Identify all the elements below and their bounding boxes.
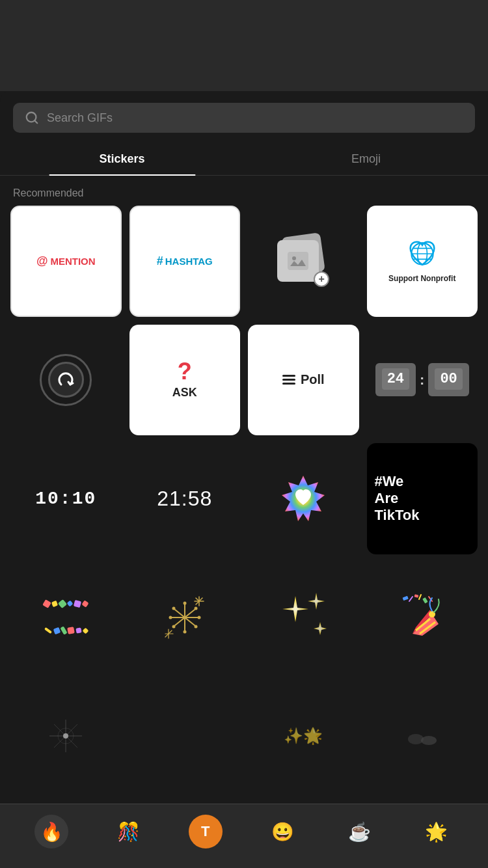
sticker-rainbow[interactable] — [248, 443, 359, 554]
partial-cell-3[interactable]: ✨🌟 — [248, 681, 359, 792]
svg-line-38 — [165, 634, 169, 637]
svg-point-18 — [183, 601, 186, 604]
svg-rect-2 — [288, 252, 308, 270]
hashtag-symbol: # — [157, 254, 163, 268]
fireworks-display — [159, 591, 211, 644]
sticker-grid: @ MENTION # HASHTAG — [0, 206, 488, 673]
svg-rect-41 — [422, 597, 427, 603]
svg-point-3 — [292, 256, 296, 260]
emoji-bar: 🔥 🎊 T 😀 ☕ 🌟 — [0, 804, 488, 868]
popper-display — [396, 591, 448, 644]
party-emoji: 🎊 — [117, 821, 140, 843]
emoji-fire-btn[interactable]: 🔥 — [34, 815, 68, 848]
sticker-wetiktok[interactable]: #WeAreTikTok — [367, 443, 478, 554]
svg-line-13 — [185, 617, 195, 625]
panel: Search GIFs Stickers Emoji Recommended @… — [0, 91, 488, 792]
emoji-sun-btn[interactable]: 🌟 — [420, 815, 454, 848]
smile-emoji: 😀 — [271, 821, 294, 843]
emoji-party-btn[interactable]: 🎊 — [111, 815, 145, 848]
hashtag-content: # HASHTAG — [157, 254, 213, 268]
svg-line-43 — [419, 595, 421, 599]
svg-rect-39 — [402, 596, 408, 601]
wetiktok-label: #WeAreTikTok — [375, 473, 420, 524]
fire-emoji: 🔥 — [40, 821, 63, 843]
sticker-mention[interactable]: @ MENTION — [10, 206, 122, 317]
coffee-emoji: ☕ — [348, 821, 371, 843]
svg-line-17 — [175, 610, 185, 617]
sticker-clock-digital[interactable]: 10:10 — [10, 443, 122, 554]
svg-line-15 — [175, 617, 185, 625]
sticker-hashtag[interactable]: # HASHTAG — [129, 206, 241, 317]
t-label: T — [201, 823, 210, 840]
partial-cell-1[interactable] — [10, 681, 122, 792]
search-bar[interactable]: Search GIFs — [13, 103, 475, 133]
section-recommended-label: Recommended — [0, 176, 488, 206]
mention-label: MENTION — [50, 256, 95, 267]
svg-line-1 — [34, 120, 37, 123]
poll-label: Poll — [301, 372, 325, 387]
tab-emoji[interactable]: Emoji — [244, 143, 488, 175]
svg-point-55 — [421, 736, 437, 745]
svg-point-54 — [408, 734, 424, 744]
mention-at-symbol: @ — [36, 254, 48, 268]
nonprofit-label: Support Nonprofit — [388, 274, 455, 284]
svg-line-37 — [169, 631, 172, 634]
svg-point-22 — [183, 630, 186, 633]
tabs: Stickers Emoji — [0, 143, 488, 176]
svg-line-11 — [185, 610, 195, 617]
sticker-confetti[interactable] — [10, 562, 122, 673]
clock-digital-display: 10:10 — [35, 489, 96, 509]
tab-stickers[interactable]: Stickers — [0, 143, 244, 175]
ask-label: ASK — [172, 386, 197, 400]
sticker-fireworks[interactable] — [129, 562, 241, 673]
emoji-t-btn[interactable]: T — [189, 815, 223, 848]
emoji-smile-btn[interactable]: 😀 — [265, 815, 299, 848]
sticker-ask[interactable]: ? ASK — [129, 325, 241, 436]
sticker-time[interactable]: 21:58 — [129, 443, 241, 554]
svg-point-24 — [169, 616, 172, 619]
sticker-countdown[interactable]: 24 : 00 — [367, 325, 478, 436]
photo-icon-wrap: + — [277, 235, 329, 287]
ask-question-mark: ? — [178, 360, 192, 383]
sticker-popper[interactable] — [367, 562, 478, 673]
svg-point-25 — [172, 606, 175, 610]
partial-row: ✨🌟 — [0, 681, 488, 792]
mention-content: @ MENTION — [36, 254, 96, 268]
sticker-nonprofit[interactable]: Support Nonprofit — [367, 206, 478, 317]
svg-point-19 — [194, 606, 197, 610]
sticker-sparkles[interactable] — [248, 562, 359, 673]
hashtag-label: HASHTAG — [165, 256, 213, 267]
partial-cell-4[interactable] — [367, 681, 478, 792]
sticker-photo[interactable]: + — [248, 206, 359, 317]
svg-point-20 — [197, 616, 200, 619]
sparkles-display — [276, 590, 331, 645]
emoji-coffee-btn[interactable]: ☕ — [342, 815, 376, 848]
svg-line-42 — [409, 597, 413, 601]
confetti-display — [40, 591, 92, 644]
partial-cell-2[interactable] — [129, 681, 241, 792]
svg-point-21 — [194, 625, 197, 628]
search-icon — [25, 111, 39, 125]
top-spacer — [0, 0, 488, 91]
time-display: 21:58 — [157, 487, 212, 511]
sticker-quote[interactable] — [10, 325, 122, 436]
poll-content: Poll — [282, 372, 325, 387]
nonprofit-globe-icon — [406, 237, 439, 270]
sun-emoji: 🌟 — [425, 821, 448, 843]
sticker-poll[interactable]: Poll — [248, 325, 359, 436]
svg-rect-40 — [414, 594, 418, 597]
search-placeholder: Search GIFs — [47, 111, 113, 125]
svg-point-23 — [172, 625, 175, 628]
